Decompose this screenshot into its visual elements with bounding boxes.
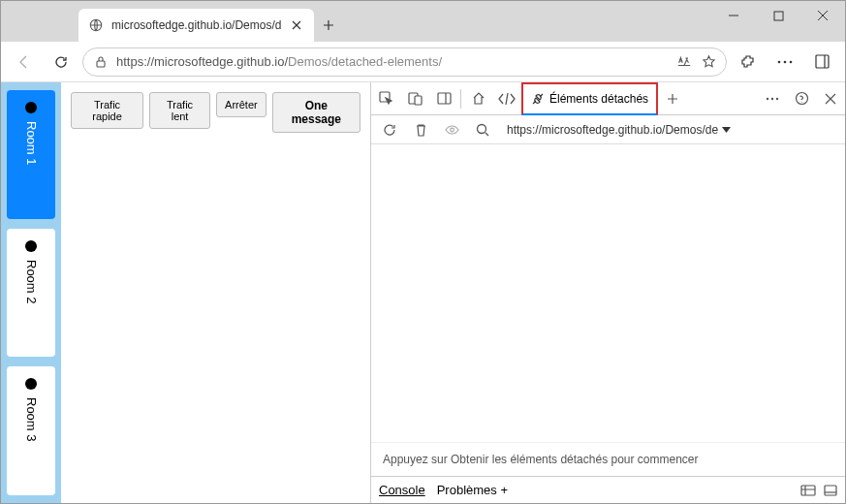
window-controls	[711, 1, 845, 30]
globe-icon	[88, 17, 104, 33]
close-tab-icon[interactable]	[289, 17, 304, 33]
devtools-panel: Éléments détachés https://microsoftedge.…	[370, 82, 845, 503]
devtools-tabbar: Éléments détachés	[371, 82, 845, 115]
empty-area	[371, 144, 845, 442]
svg-point-5	[790, 60, 793, 63]
menu-icon[interactable]	[769, 47, 800, 78]
url-text: https://microsoftedge.github.io/Demos/de…	[116, 54, 669, 69]
close-window-button[interactable]	[800, 1, 845, 30]
frame-url: https://microsoftedge.github.io/Demos/de	[507, 123, 718, 137]
plug-icon	[531, 92, 545, 106]
frame-selector[interactable]: https://microsoftedge.github.io/Demos/de	[507, 123, 731, 137]
welcome-icon[interactable]	[463, 84, 492, 113]
svg-rect-9	[415, 96, 422, 105]
favorite-icon[interactable]	[702, 54, 716, 69]
add-tab-icon[interactable]	[658, 84, 687, 113]
help-icon[interactable]	[787, 84, 816, 113]
svg-point-16	[478, 124, 486, 133]
room-2[interactable]: Room 2	[7, 229, 55, 358]
devtools-body: Appuyez sur Obtenir les éléments détaché…	[371, 144, 845, 476]
tab-detached-elements[interactable]: Éléments détachés	[521, 82, 658, 115]
stop-button[interactable]: Arrêter	[216, 92, 266, 117]
devtools-drawer: Console Problèmes +	[371, 476, 845, 503]
address-bar: https://microsoftedge.github.io/Demos/de…	[1, 42, 845, 82]
room-sidebar: Room 1 Room 2 Room 3	[1, 82, 61, 503]
panel-icon[interactable]	[429, 84, 458, 113]
room-label: Room 3	[24, 397, 39, 442]
sidebar-icon[interactable]	[806, 47, 837, 78]
svg-rect-17	[801, 486, 815, 495]
drawer-issues-icon[interactable]	[800, 485, 816, 496]
room-3[interactable]: Room 3	[7, 366, 55, 495]
room-label: Room 1	[24, 121, 39, 166]
minimize-button[interactable]	[711, 1, 756, 30]
tab-title: microsoftedge.github.io/Demos/d	[111, 18, 281, 32]
device-icon[interactable]	[400, 84, 429, 113]
room-1[interactable]: Room 1	[7, 90, 55, 219]
window-titlebar: microsoftedge.github.io/Demos/d	[1, 1, 845, 42]
demo-page: Room 1 Room 2 Room 3 Trafic rapide Trafi…	[1, 82, 370, 503]
lock-icon	[93, 55, 109, 69]
drawer-problems-tab[interactable]: Problèmes +	[437, 483, 508, 497]
dropdown-icon	[722, 127, 731, 133]
slow-traffic-button[interactable]: Trafic lent	[149, 92, 210, 129]
devtools-toolbar: https://microsoftedge.github.io/Demos/de	[371, 115, 845, 144]
page-content: Trafic rapide Trafic lent Arrêter One me…	[61, 82, 370, 503]
refresh-button[interactable]	[46, 47, 77, 78]
trash-icon[interactable]	[406, 115, 435, 144]
svg-rect-6	[816, 55, 829, 68]
more-icon[interactable]	[758, 84, 787, 113]
status-dot	[25, 102, 37, 113]
one-message-button[interactable]: One message	[272, 92, 360, 133]
read-aloud-icon[interactable]	[676, 54, 692, 69]
svg-point-11	[767, 97, 768, 99]
svg-rect-18	[825, 486, 836, 495]
status-dot	[25, 240, 37, 252]
hint-text: Appuyez sur Obtenir les éléments détaché…	[371, 442, 845, 476]
svg-point-13	[776, 97, 778, 99]
reload-icon[interactable]	[375, 115, 404, 144]
status-dot	[25, 378, 37, 390]
svg-rect-2	[97, 61, 105, 67]
new-tab-button[interactable]	[314, 9, 343, 42]
back-button[interactable]	[9, 47, 40, 78]
room-label: Room 2	[24, 260, 39, 304]
eye-icon[interactable]	[437, 115, 466, 144]
close-devtools-icon[interactable]	[816, 84, 845, 113]
svg-point-4	[784, 60, 787, 63]
svg-point-3	[778, 60, 781, 63]
svg-rect-10	[438, 93, 451, 104]
tab-label: Éléments détachés	[549, 92, 648, 106]
url-input[interactable]: https://microsoftedge.github.io/Demos/de…	[82, 47, 727, 77]
main-area: Room 1 Room 2 Room 3 Trafic rapide Trafi…	[1, 82, 845, 503]
drawer-dock-icon[interactable]	[824, 485, 837, 496]
browser-tab[interactable]: microsoftedge.github.io/Demos/d	[78, 9, 314, 42]
fast-traffic-button[interactable]: Trafic rapide	[71, 92, 143, 129]
maximize-button[interactable]	[756, 1, 800, 30]
extensions-icon[interactable]	[733, 47, 764, 78]
divider	[460, 89, 461, 109]
svg-rect-1	[774, 12, 783, 20]
drawer-console-tab[interactable]: Console	[379, 483, 425, 497]
svg-point-15	[450, 128, 454, 132]
search-icon[interactable]	[468, 115, 497, 144]
elements-icon[interactable]	[492, 84, 521, 113]
inspect-icon[interactable]	[371, 84, 400, 113]
svg-point-12	[771, 97, 773, 99]
